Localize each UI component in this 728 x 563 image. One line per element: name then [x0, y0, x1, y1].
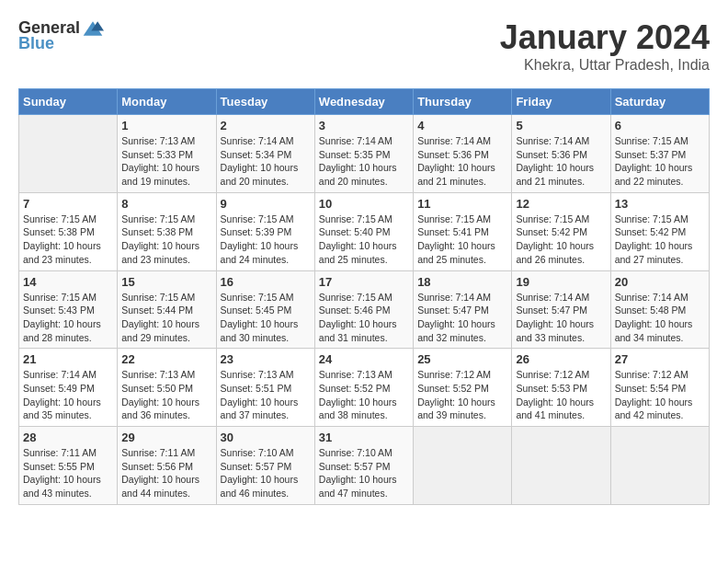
day-info: Sunrise: 7:14 AM Sunset: 5:36 PM Dayligh… — [417, 134, 507, 189]
calendar-cell: 18Sunrise: 7:14 AM Sunset: 5:47 PM Dayli… — [414, 270, 512, 349]
calendar-cell: 19Sunrise: 7:14 AM Sunset: 5:47 PM Dayli… — [512, 270, 610, 349]
calendar-cell: 6Sunrise: 7:15 AM Sunset: 5:37 PM Daylig… — [610, 115, 709, 193]
day-number: 10 — [319, 197, 409, 211]
day-info: Sunrise: 7:14 AM Sunset: 5:48 PM Dayligh… — [615, 291, 705, 345]
day-number: 29 — [121, 431, 211, 444]
day-number: 28 — [23, 431, 113, 444]
day-info: Sunrise: 7:12 AM Sunset: 5:54 PM Dayligh… — [615, 368, 705, 422]
calendar-cell: 30Sunrise: 7:10 AM Sunset: 5:57 PM Dayli… — [216, 427, 314, 505]
column-header-tuesday: Tuesday — [216, 89, 314, 115]
calendar-table: SundayMondayTuesdayWednesdayThursdayFrid… — [18, 88, 710, 505]
day-info: Sunrise: 7:15 AM Sunset: 5:38 PM Dayligh… — [23, 213, 113, 267]
calendar-cell: 10Sunrise: 7:15 AM Sunset: 5:40 PM Dayli… — [314, 192, 413, 270]
calendar-cell: 27Sunrise: 7:12 AM Sunset: 5:54 PM Dayli… — [610, 349, 709, 427]
day-number: 3 — [319, 119, 409, 132]
day-number: 18 — [417, 275, 507, 289]
calendar-cell: 23Sunrise: 7:13 AM Sunset: 5:51 PM Dayli… — [216, 349, 314, 427]
day-info: Sunrise: 7:14 AM Sunset: 5:34 PM Dayligh… — [221, 134, 311, 189]
day-info: Sunrise: 7:15 AM Sunset: 5:45 PM Dayligh… — [221, 291, 311, 345]
column-header-monday: Monday — [118, 89, 216, 115]
calendar-cell: 31Sunrise: 7:10 AM Sunset: 5:57 PM Dayli… — [314, 427, 413, 505]
day-info: Sunrise: 7:14 AM Sunset: 5:49 PM Dayligh… — [23, 368, 113, 422]
day-info: Sunrise: 7:11 AM Sunset: 5:56 PM Dayligh… — [121, 446, 211, 500]
day-info: Sunrise: 7:15 AM Sunset: 5:37 PM Dayligh… — [615, 134, 705, 189]
day-number: 20 — [615, 275, 705, 289]
day-info: Sunrise: 7:13 AM Sunset: 5:50 PM Dayligh… — [121, 368, 211, 422]
day-info: Sunrise: 7:15 AM Sunset: 5:43 PM Dayligh… — [23, 291, 113, 345]
day-number: 14 — [23, 275, 113, 289]
logo-icon — [82, 19, 104, 38]
day-info: Sunrise: 7:15 AM Sunset: 5:42 PM Dayligh… — [516, 213, 606, 267]
day-number: 16 — [221, 275, 311, 289]
calendar-cell: 13Sunrise: 7:15 AM Sunset: 5:42 PM Dayli… — [610, 192, 709, 270]
header-row: SundayMondayTuesdayWednesdayThursdayFrid… — [19, 89, 710, 115]
column-header-saturday: Saturday — [610, 89, 709, 115]
day-info: Sunrise: 7:14 AM Sunset: 5:35 PM Dayligh… — [319, 134, 409, 189]
week-row-4: 21Sunrise: 7:14 AM Sunset: 5:49 PM Dayli… — [19, 349, 710, 427]
day-number: 13 — [615, 197, 705, 211]
calendar-cell — [19, 115, 118, 193]
day-info: Sunrise: 7:15 AM Sunset: 5:42 PM Dayligh… — [615, 213, 705, 267]
page-header: General Blue January 2024 Khekra, Uttar … — [18, 18, 710, 74]
calendar-cell: 12Sunrise: 7:15 AM Sunset: 5:42 PM Dayli… — [512, 192, 610, 270]
week-row-3: 14Sunrise: 7:15 AM Sunset: 5:43 PM Dayli… — [19, 270, 710, 349]
day-number: 23 — [221, 352, 311, 366]
logo: General Blue — [18, 18, 106, 53]
day-info: Sunrise: 7:11 AM Sunset: 5:55 PM Dayligh… — [23, 446, 113, 500]
day-number: 11 — [417, 197, 507, 211]
day-number: 4 — [417, 119, 507, 132]
month-title: January 2024 — [500, 18, 710, 57]
day-info: Sunrise: 7:15 AM Sunset: 5:41 PM Dayligh… — [417, 213, 507, 267]
calendar-cell — [512, 427, 610, 505]
calendar-cell: 4Sunrise: 7:14 AM Sunset: 5:36 PM Daylig… — [414, 115, 512, 193]
calendar-cell: 3Sunrise: 7:14 AM Sunset: 5:35 PM Daylig… — [314, 115, 413, 193]
day-number: 7 — [23, 197, 113, 211]
calendar-cell: 29Sunrise: 7:11 AM Sunset: 5:56 PM Dayli… — [118, 427, 216, 505]
day-number: 8 — [121, 197, 211, 211]
day-info: Sunrise: 7:14 AM Sunset: 5:47 PM Dayligh… — [417, 291, 507, 345]
calendar-cell: 15Sunrise: 7:15 AM Sunset: 5:44 PM Dayli… — [118, 270, 216, 349]
calendar-cell: 7Sunrise: 7:15 AM Sunset: 5:38 PM Daylig… — [19, 192, 118, 270]
column-header-friday: Friday — [512, 89, 610, 115]
day-number: 25 — [417, 352, 507, 366]
day-info: Sunrise: 7:12 AM Sunset: 5:52 PM Dayligh… — [417, 368, 507, 422]
calendar-cell: 25Sunrise: 7:12 AM Sunset: 5:52 PM Dayli… — [414, 349, 512, 427]
day-info: Sunrise: 7:15 AM Sunset: 5:38 PM Dayligh… — [121, 213, 211, 267]
calendar-cell: 17Sunrise: 7:15 AM Sunset: 5:46 PM Dayli… — [314, 270, 413, 349]
calendar-cell: 20Sunrise: 7:14 AM Sunset: 5:48 PM Dayli… — [610, 270, 709, 349]
day-number: 17 — [319, 275, 409, 289]
calendar-cell: 2Sunrise: 7:14 AM Sunset: 5:34 PM Daylig… — [216, 115, 314, 193]
calendar-cell: 21Sunrise: 7:14 AM Sunset: 5:49 PM Dayli… — [19, 349, 118, 427]
day-number: 19 — [516, 275, 606, 289]
day-number: 5 — [516, 119, 606, 132]
calendar-cell: 14Sunrise: 7:15 AM Sunset: 5:43 PM Dayli… — [19, 270, 118, 349]
day-number: 12 — [516, 197, 606, 211]
day-info: Sunrise: 7:13 AM Sunset: 5:51 PM Dayligh… — [221, 368, 311, 422]
week-row-1: 1Sunrise: 7:13 AM Sunset: 5:33 PM Daylig… — [19, 115, 710, 193]
calendar-cell: 1Sunrise: 7:13 AM Sunset: 5:33 PM Daylig… — [118, 115, 216, 193]
day-number: 9 — [221, 197, 311, 211]
day-number: 24 — [319, 352, 409, 366]
calendar-cell: 28Sunrise: 7:11 AM Sunset: 5:55 PM Dayli… — [19, 427, 118, 505]
day-info: Sunrise: 7:15 AM Sunset: 5:39 PM Dayligh… — [221, 213, 311, 267]
day-number: 26 — [516, 352, 606, 366]
calendar-cell — [414, 427, 512, 505]
column-header-wednesday: Wednesday — [314, 89, 413, 115]
day-info: Sunrise: 7:15 AM Sunset: 5:40 PM Dayligh… — [319, 213, 409, 267]
calendar-cell: 9Sunrise: 7:15 AM Sunset: 5:39 PM Daylig… — [216, 192, 314, 270]
day-info: Sunrise: 7:13 AM Sunset: 5:33 PM Dayligh… — [121, 134, 211, 189]
day-number: 30 — [221, 431, 311, 444]
day-info: Sunrise: 7:14 AM Sunset: 5:36 PM Dayligh… — [516, 134, 606, 189]
calendar-cell: 26Sunrise: 7:12 AM Sunset: 5:53 PM Dayli… — [512, 349, 610, 427]
calendar-cell — [610, 427, 709, 505]
day-number: 22 — [121, 352, 211, 366]
day-number: 6 — [615, 119, 705, 132]
calendar-cell: 5Sunrise: 7:14 AM Sunset: 5:36 PM Daylig… — [512, 115, 610, 193]
day-info: Sunrise: 7:15 AM Sunset: 5:46 PM Dayligh… — [319, 291, 409, 345]
day-info: Sunrise: 7:13 AM Sunset: 5:52 PM Dayligh… — [319, 368, 409, 422]
calendar-cell: 22Sunrise: 7:13 AM Sunset: 5:50 PM Dayli… — [118, 349, 216, 427]
calendar-cell: 24Sunrise: 7:13 AM Sunset: 5:52 PM Dayli… — [314, 349, 413, 427]
day-number: 15 — [121, 275, 211, 289]
day-number: 2 — [221, 119, 311, 132]
calendar-cell: 16Sunrise: 7:15 AM Sunset: 5:45 PM Dayli… — [216, 270, 314, 349]
